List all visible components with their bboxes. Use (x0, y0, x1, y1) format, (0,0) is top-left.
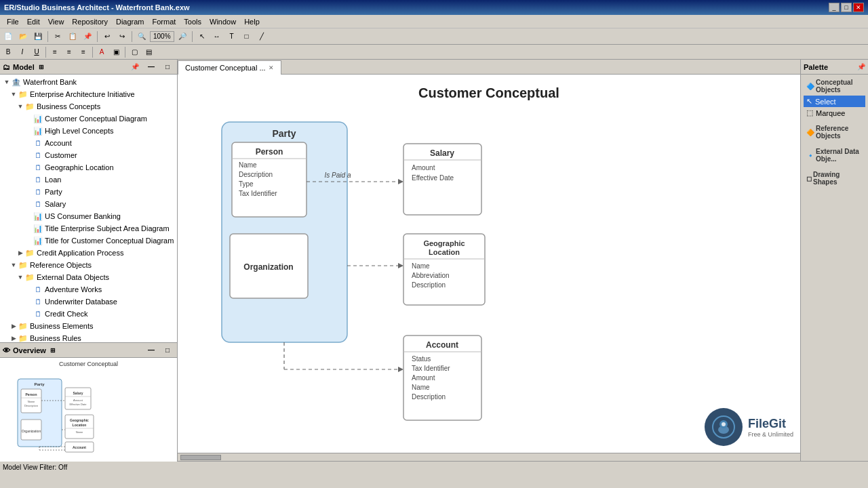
align-left-btn[interactable]: ≡ (48, 46, 62, 58)
palette-section-drawing: ◻ Drawing Shapes (801, 167, 868, 190)
tree-item-ref-objects[interactable]: ▼ 📁 Reference Objects (0, 259, 177, 271)
menu-bar: File Edit View Repository Diagram Format… (0, 15, 868, 28)
new-btn[interactable]: 📄 (1, 30, 15, 43)
diagram-icon-4: 📊 (33, 223, 43, 234)
tree-arrow-ext[interactable]: ▼ (16, 274, 24, 281)
tree-arrow-enterprise[interactable]: ▼ (9, 91, 18, 98)
tree-arrow-biz-el[interactable]: ▶ (9, 323, 18, 329)
select-icon: ↖ (806, 97, 812, 106)
palette-section-conceptual-header[interactable]: 🔷 Conceptual Objects (804, 77, 865, 96)
tree-leaf-11: ▶ (24, 237, 33, 244)
scrollbar-horizontal[interactable] (178, 453, 800, 461)
palette-section-ref-header[interactable]: 🔶 Reference Objects (804, 123, 865, 142)
left-panel: 🗂 Model ⊞ 📌 — □ ▼ 🏦 Waterfront Bank ▼ 📁 … (0, 60, 178, 461)
paste-btn[interactable]: 📌 (81, 30, 94, 43)
item-icon-account: 🗒 (33, 138, 43, 148)
tree-item-high-level[interactable]: ▶ 📊 High Level Concepts (0, 125, 177, 137)
tree-item-title-ent[interactable]: ▶ 📊 Title Enterprise Subject Area Diagra… (0, 222, 177, 235)
model-pin-btn[interactable]: 📌 (128, 61, 142, 73)
menu-window[interactable]: Window (205, 16, 240, 27)
menu-view[interactable]: View (44, 16, 68, 27)
tree-item-ext-data[interactable]: ▼ 📁 External Data Objects (0, 271, 177, 283)
palette-item-select[interactable]: ↖ Select (804, 96, 865, 107)
tree-item-biz-rules[interactable]: ▶ 📁 Business Rules (0, 332, 177, 342)
palette-item-marquee[interactable]: ⬚ Marquee (804, 107, 865, 119)
fill-btn[interactable]: ▣ (109, 46, 123, 58)
tree-item-business-concepts[interactable]: ▼ 📁 Business Concepts (0, 100, 177, 113)
border-btn[interactable]: ▢ (127, 46, 141, 58)
align-center-btn[interactable]: ≡ (62, 46, 76, 58)
menu-help[interactable]: Help (240, 16, 264, 27)
text-btn[interactable]: T (225, 30, 239, 43)
undo-btn[interactable]: ↩ (100, 30, 114, 43)
tree-item-title-cust[interactable]: ▶ 📊 Title for Customer Conceptual Diagra… (0, 235, 177, 247)
tree-item-customer[interactable]: ▶ 🗒 Customer (0, 149, 177, 161)
diagram-tab-customer[interactable]: Customer Conceptual ... ✕ (178, 60, 281, 75)
tree-item-adventure[interactable]: ▶ 🗒 Adventure Works (0, 283, 177, 296)
menu-repository[interactable]: Repository (68, 16, 112, 27)
window-controls[interactable]: _ □ ✕ (829, 3, 864, 12)
tree-item-customer-diagram[interactable]: ▶ 📊 Customer Conceptual Diagram (0, 113, 177, 125)
connect-btn[interactable]: ↔ (210, 30, 224, 43)
palette-pin-btn[interactable]: 📌 (857, 63, 865, 70)
tree-enterprise-label: Enterprise Architecture Initiative (30, 90, 135, 98)
cut-btn[interactable]: ✂ (51, 30, 64, 43)
menu-edit[interactable]: Edit (23, 16, 44, 27)
tab-close-btn[interactable]: ✕ (269, 64, 274, 71)
diagram-canvas[interactable]: Customer Conceptual Party Person Name De… (178, 75, 800, 453)
maximize-button[interactable]: □ (841, 3, 852, 12)
tree-item-enterprise[interactable]: ▼ 📁 Enterprise Architecture Initiative (0, 88, 177, 100)
menu-diagram[interactable]: Diagram (112, 16, 149, 27)
tree-arrow-biz[interactable]: ▼ (16, 103, 24, 110)
tree-arrow-credit[interactable]: ▶ (16, 249, 24, 256)
overview-collapse-btn[interactable]: — (144, 344, 158, 357)
tree-item-geo[interactable]: ▶ 🗒 Geographic Location (0, 161, 177, 174)
shape-btn[interactable]: □ (240, 30, 254, 43)
italic-btn[interactable]: I (16, 46, 29, 58)
copy-btn[interactable]: 📋 (66, 30, 79, 43)
account-field-name: Name (412, 384, 430, 391)
tree-item-loan[interactable]: ▶ 🗒 Loan (0, 174, 177, 186)
title-bar: ER/Studio Business Architect - Waterfron… (0, 0, 868, 15)
menu-file[interactable]: File (3, 16, 23, 27)
tree-item-biz-elements[interactable]: ▶ 📁 Business Elements (0, 320, 177, 332)
color-btn[interactable]: A (95, 46, 108, 58)
tree-arrow-biz-rules[interactable]: ▶ (9, 335, 18, 342)
menu-tools[interactable]: Tools (180, 16, 205, 27)
folder-icon-credit: 📁 (24, 247, 35, 258)
tree-item-party[interactable]: ▶ 🗒 Party (0, 186, 177, 198)
folder-icon-ref: 📁 (18, 260, 28, 270)
select-btn[interactable]: ↖ (195, 30, 209, 43)
tree-item-credit-check[interactable]: ▶ 🗒 Credit Check (0, 308, 177, 320)
model-collapse-btn[interactable]: — (144, 61, 158, 73)
open-btn[interactable]: 📂 (16, 30, 30, 43)
redo-btn[interactable]: ↪ (115, 30, 129, 43)
format-btn[interactable]: B (1, 46, 15, 58)
close-button[interactable]: ✕ (853, 3, 864, 12)
palette-section-drawing-header[interactable]: ◻ Drawing Shapes (804, 169, 865, 188)
tree-arrow-ref[interactable]: ▼ (9, 262, 18, 268)
overview-svg: Party Person Name Description Organizati… (11, 369, 167, 457)
tree-item-salary[interactable]: ▶ 🗒 Salary (0, 198, 177, 210)
tree-item-credit[interactable]: ▶ 📁 Credit Application Process (0, 247, 177, 259)
zoom-level[interactable]: 100% (150, 31, 174, 42)
line-btn[interactable]: ╱ (255, 30, 269, 43)
tree-item-account[interactable]: ▶ 🗒 Account (0, 137, 177, 149)
scrollbar-thumb[interactable] (180, 455, 221, 460)
tree-item-us-banking[interactable]: ▶ 📊 US Consumer Banking (0, 210, 177, 222)
canvas-title: Customer Conceptual (178, 85, 800, 101)
minimize-button[interactable]: _ (829, 3, 840, 12)
tree-arrow-root[interactable]: ▼ (3, 79, 11, 85)
save-btn[interactable]: 💾 (31, 30, 45, 43)
palette-section-ext-header[interactable]: 🔹 External Data Obje... (804, 146, 865, 165)
tree-root[interactable]: ▼ 🏦 Waterfront Bank (0, 76, 177, 88)
menu-format[interactable]: Format (149, 16, 180, 27)
overview-expand-btn[interactable]: □ (161, 344, 174, 357)
zoom-out-btn[interactable]: 🔎 (176, 30, 189, 43)
underline-btn[interactable]: U (30, 46, 43, 58)
tree-item-underwriter[interactable]: ▶ 🗒 Underwriter Database (0, 296, 177, 308)
shadow-btn[interactable]: ▤ (142, 46, 155, 58)
align-right-btn[interactable]: ≡ (77, 46, 90, 58)
model-expand-btn[interactable]: □ (161, 61, 174, 73)
zoom-in-btn[interactable]: 🔍 (135, 30, 149, 43)
